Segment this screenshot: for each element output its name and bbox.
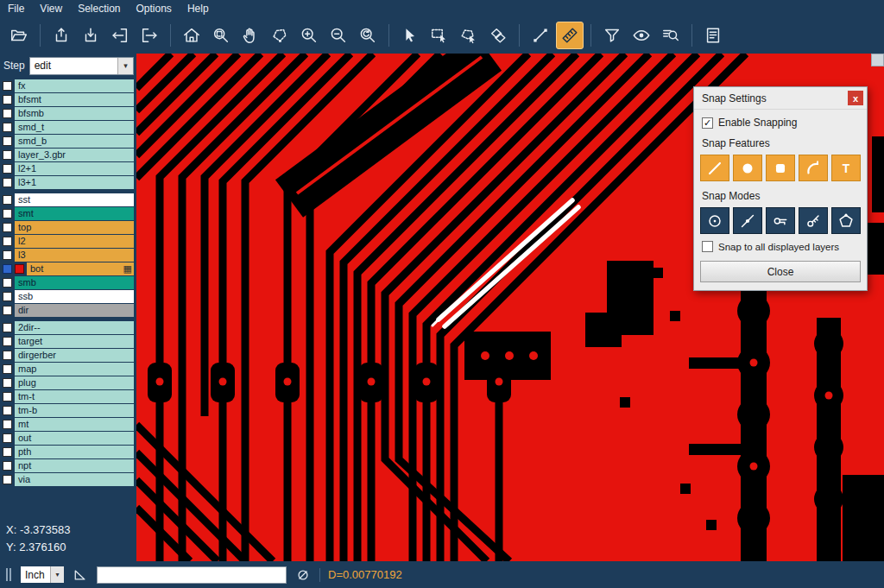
slot-snap-button[interactable] bbox=[766, 207, 795, 234]
snap-all-layers-checkbox[interactable] bbox=[702, 241, 713, 252]
import-button[interactable] bbox=[106, 22, 134, 49]
pan-hand-button[interactable] bbox=[237, 22, 264, 49]
chevron-down-icon[interactable]: ▾ bbox=[117, 58, 133, 74]
load-up-button[interactable] bbox=[47, 22, 75, 49]
layer-visibility-checkbox[interactable] bbox=[3, 223, 12, 232]
enable-snapping-checkbox[interactable]: ✓ bbox=[702, 117, 713, 129]
vertex-snap-button[interactable] bbox=[831, 207, 861, 234]
layer-visibility-checkbox[interactable] bbox=[3, 264, 12, 274]
ruler-tool-button[interactable] bbox=[556, 22, 584, 49]
command-input[interactable] bbox=[97, 566, 287, 584]
key-snap-button[interactable] bbox=[799, 207, 828, 234]
layer-visibility-checkbox[interactable] bbox=[3, 433, 12, 443]
layer-row[interactable]: sst bbox=[0, 193, 136, 206]
layer-visibility-checkbox[interactable] bbox=[3, 378, 12, 388]
layer-row[interactable]: bfsmb bbox=[0, 107, 136, 120]
dialog-title-bar[interactable]: Snap Settings x bbox=[694, 87, 867, 110]
zoom-in-button[interactable] bbox=[295, 22, 323, 49]
home-view-button[interactable] bbox=[178, 22, 205, 49]
zoom-window-button[interactable] bbox=[207, 22, 235, 49]
layer-visibility-checkbox[interactable] bbox=[3, 475, 12, 484]
report-button[interactable] bbox=[699, 22, 727, 49]
layer-row[interactable]: ssb bbox=[0, 290, 136, 303]
line-snap-button[interactable] bbox=[700, 155, 729, 181]
layer-visibility-checkbox[interactable] bbox=[3, 123, 12, 132]
layer-visibility-checkbox[interactable] bbox=[3, 109, 12, 118]
menu-view[interactable]: View bbox=[32, 1, 70, 16]
on-line-snap-button[interactable] bbox=[733, 207, 762, 234]
pad-snap-button[interactable] bbox=[766, 155, 795, 181]
layer-row[interactable]: bfsmt bbox=[0, 93, 136, 106]
layer-row[interactable]: out bbox=[0, 432, 136, 445]
menu-selection[interactable]: Selection bbox=[70, 1, 128, 16]
zoom-out-button[interactable] bbox=[325, 22, 352, 49]
layer-row[interactable]: via bbox=[0, 473, 136, 486]
layer-visibility-checkbox[interactable] bbox=[3, 351, 12, 360]
layer-row-active[interactable]: bot▦ bbox=[0, 262, 136, 275]
arc-snap-button[interactable] bbox=[799, 155, 828, 181]
load-down-button[interactable] bbox=[77, 22, 104, 49]
layer-visibility-checkbox[interactable] bbox=[3, 81, 12, 91]
layer-visibility-checkbox[interactable] bbox=[3, 420, 12, 429]
chevron-down-icon[interactable]: ▾ bbox=[50, 566, 64, 583]
layer-row[interactable]: smd_b bbox=[0, 135, 136, 148]
layer-row[interactable]: l2 bbox=[0, 235, 136, 248]
layer-visibility-checkbox[interactable] bbox=[3, 447, 12, 457]
layer-row[interactable]: tm-b bbox=[0, 404, 136, 417]
line-tool-button[interactable] bbox=[527, 22, 554, 49]
layer-visibility-checkbox[interactable] bbox=[3, 323, 12, 332]
layer-visibility-checkbox[interactable] bbox=[3, 195, 12, 205]
unit-select[interactable]: Inch ▾ bbox=[21, 566, 64, 583]
layer-row[interactable]: tm-t bbox=[0, 390, 136, 403]
menu-options[interactable]: Options bbox=[129, 1, 180, 16]
rect-select-button[interactable] bbox=[426, 22, 453, 49]
step-select[interactable]: edit ▾ bbox=[29, 57, 134, 75]
ortho-angle-icon[interactable] bbox=[72, 566, 89, 584]
center-snap-button[interactable] bbox=[700, 207, 729, 234]
transform-button[interactable] bbox=[484, 22, 512, 49]
scrollbar-corner[interactable] bbox=[871, 54, 884, 66]
export-button[interactable] bbox=[136, 22, 163, 49]
layer-visibility-checkbox[interactable] bbox=[3, 178, 12, 187]
layer-visibility-checkbox[interactable] bbox=[3, 250, 12, 260]
layer-row[interactable]: dir bbox=[0, 304, 136, 317]
layer-row[interactable]: smt bbox=[0, 207, 136, 220]
layer-row[interactable]: mt bbox=[0, 418, 136, 431]
text-snap-button[interactable]: T bbox=[831, 155, 861, 181]
layer-visibility-checkbox[interactable] bbox=[3, 392, 12, 401]
layer-row[interactable]: 2dir-- bbox=[0, 321, 136, 334]
lasso-select-button[interactable] bbox=[266, 22, 294, 49]
layer-row[interactable]: plug bbox=[0, 376, 136, 389]
layer-row[interactable]: layer_3.gbr bbox=[0, 149, 136, 161]
layer-row[interactable]: map bbox=[0, 363, 136, 376]
layer-visibility-checkbox[interactable] bbox=[3, 364, 12, 374]
layer-row[interactable]: l3 bbox=[0, 249, 136, 262]
layer-visibility-checkbox[interactable] bbox=[3, 164, 12, 174]
layer-row[interactable]: l2+1 bbox=[0, 162, 136, 175]
select-pointer-button[interactable] bbox=[396, 22, 424, 49]
layer-row[interactable]: fx bbox=[0, 79, 136, 92]
close-icon[interactable]: x bbox=[848, 91, 863, 105]
grid-icon[interactable]: ▦ bbox=[123, 262, 132, 275]
layer-visibility-checkbox[interactable] bbox=[3, 209, 12, 218]
menu-file[interactable]: File bbox=[0, 1, 32, 16]
layer-row[interactable]: pth bbox=[0, 446, 136, 458]
find-text-button[interactable] bbox=[657, 22, 685, 49]
diameter-icon[interactable] bbox=[294, 566, 312, 584]
close-button[interactable]: Close bbox=[700, 261, 861, 282]
filter-button[interactable] bbox=[598, 22, 626, 49]
layer-row[interactable]: l3+1 bbox=[0, 176, 136, 189]
layer-row[interactable]: dirgerber bbox=[0, 349, 136, 362]
layer-view-button[interactable] bbox=[628, 22, 655, 49]
layer-row[interactable]: target bbox=[0, 335, 136, 348]
layer-visibility-checkbox[interactable] bbox=[3, 278, 12, 288]
layer-visibility-checkbox[interactable] bbox=[3, 150, 12, 160]
layer-visibility-checkbox[interactable] bbox=[3, 337, 12, 346]
open-folder-button[interactable] bbox=[5, 22, 33, 49]
poly-select-button[interactable] bbox=[455, 22, 483, 49]
layer-visibility-checkbox[interactable] bbox=[3, 406, 12, 415]
layer-visibility-checkbox[interactable] bbox=[3, 95, 12, 104]
circle-snap-button[interactable] bbox=[733, 155, 762, 181]
layer-visibility-checkbox[interactable] bbox=[3, 292, 12, 301]
layer-row[interactable]: smd_t bbox=[0, 121, 136, 134]
